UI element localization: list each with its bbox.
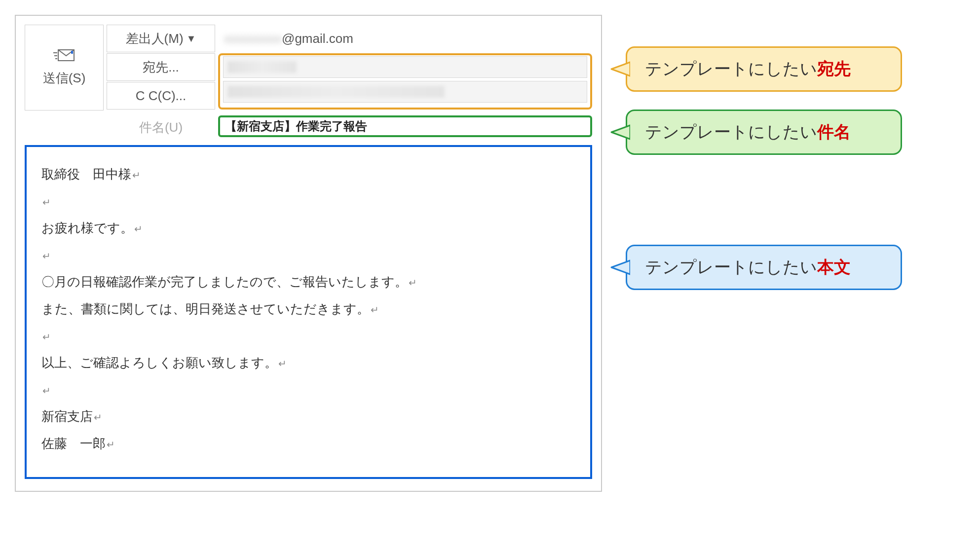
crlf-mark: ↵ [42, 385, 51, 396]
callout-text: テンプレートにしたい [645, 257, 817, 276]
callout-body: テンプレートにしたい本文 [626, 245, 902, 290]
body-line: ↵ [41, 323, 575, 350]
crlf-mark: ↵ [94, 412, 102, 423]
body-line: ↵ [41, 188, 575, 215]
body-line: 取締役 田中様↵ [41, 161, 575, 188]
callout-tail-icon [610, 59, 630, 79]
callout-tail-icon [610, 122, 630, 142]
callouts-column: テンプレートにしたい宛先 テンプレートにしたい件名 テンプレートにしたい本文 [608, 46, 902, 290]
cc-field[interactable] [223, 81, 587, 103]
body-textarea[interactable]: 取締役 田中様↵↵お疲れ様です。↵↵〇月の日報確認作業が完了しましたので、ご報告… [25, 145, 592, 479]
body-line: 新宿支店↵ [41, 403, 575, 430]
send-icon [53, 49, 75, 62]
body-line: お疲れ様です。↵ [41, 215, 575, 242]
compose-window: 送信(S) 差出人(M) ▼ xxxxxxxxx @gmail.com 宛先..… [15, 15, 602, 492]
svg-marker-7 [611, 260, 630, 274]
chevron-down-icon: ▼ [187, 33, 196, 44]
callout-recipients: テンプレートにしたい宛先 [626, 46, 902, 92]
callout-text: テンプレートにしたい [645, 122, 817, 141]
body-line: 佐藤 一郎↵ [41, 430, 575, 457]
crlf-mark: ↵ [371, 304, 379, 315]
callout-em: 件名 [817, 122, 851, 141]
crlf-mark: ↵ [42, 331, 51, 342]
to-button[interactable]: 宛先... [107, 53, 215, 81]
to-field[interactable] [223, 56, 587, 78]
body-line: ↵ [41, 242, 575, 269]
callout-subject: テンプレートにしたい件名 [626, 110, 902, 155]
svg-marker-6 [611, 125, 630, 139]
from-address-suffix: @gmail.com [282, 31, 353, 46]
from-value: xxxxxxxxx @gmail.com [218, 25, 592, 52]
subject-label: 件名(U) [107, 115, 215, 139]
from-button-label: 差出人(M) [126, 30, 184, 47]
callout-tail-icon [610, 257, 630, 277]
callout-em: 宛先 [817, 59, 851, 78]
crlf-mark: ↵ [132, 170, 141, 181]
send-label: 送信(S) [43, 70, 86, 87]
svg-marker-5 [611, 62, 630, 76]
to-button-label: 宛先... [143, 59, 179, 76]
callout-text: テンプレートにしたい [645, 59, 817, 78]
crlf-mark: ↵ [107, 439, 115, 450]
cc-button[interactable]: C C(C)... [107, 82, 215, 110]
cc-button-label: C C(C)... [136, 88, 187, 104]
body-line: ↵ [41, 376, 575, 404]
crlf-mark: ↵ [42, 197, 51, 208]
body-line: また、書類に関しては、明日発送させていただきます。↵ [41, 295, 575, 323]
callout-em: 本文 [817, 257, 851, 276]
subject-field[interactable]: 【新宿支店】作業完了報告 [218, 115, 592, 137]
body-line: 以上、ご確認よろしくお願い致します。↵ [41, 349, 575, 376]
crlf-mark: ↵ [42, 251, 51, 261]
from-button[interactable]: 差出人(M) ▼ [107, 25, 215, 52]
send-button[interactable]: 送信(S) [25, 25, 104, 110]
recipients-highlight [218, 53, 592, 110]
crlf-mark: ↵ [134, 223, 143, 234]
body-line: 〇月の日報確認作業が完了しましたので、ご報告いたします。↵ [41, 268, 575, 295]
crlf-mark: ↵ [278, 358, 287, 369]
crlf-mark: ↵ [409, 277, 417, 288]
svg-rect-1 [71, 51, 73, 54]
subject-text: 【新宿支店】作業完了報告 [225, 118, 367, 134]
